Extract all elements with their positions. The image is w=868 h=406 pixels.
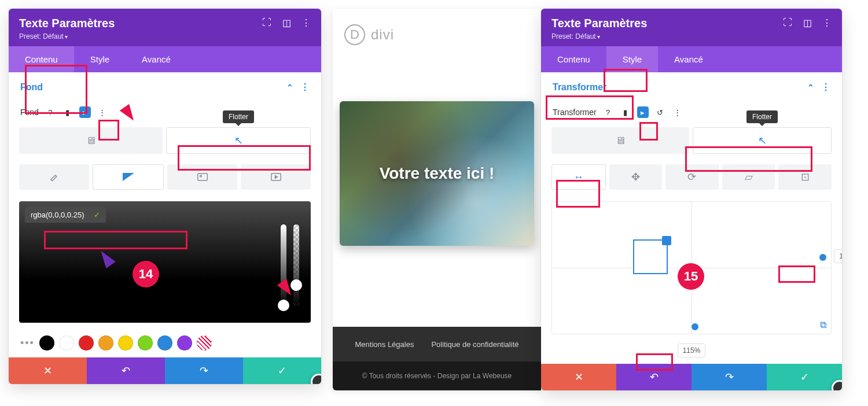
bg-video-tab[interactable] [241, 164, 311, 190]
swatch-white[interactable] [59, 335, 74, 350]
undo-button[interactable]: ↶ [616, 364, 692, 390]
bg-image-tab[interactable] [167, 164, 237, 190]
hover-tooltip: Flotter [223, 110, 254, 123]
translate-tab[interactable]: ✥ [609, 164, 663, 190]
section-more-icon[interactable]: ⋮ [300, 82, 310, 93]
page-preview: D divi Votre texte ici ! Mentions Légale… [333, 9, 541, 390]
rgba-input[interactable]: rgba(0,0,0,0.25) ✓ [25, 207, 106, 223]
slider-alpha[interactable] [293, 224, 299, 305]
swatch-orange[interactable] [98, 335, 113, 350]
desktop-tab[interactable]: 🖥 [19, 127, 163, 154]
hero-module[interactable]: Votre texte ici ! [340, 101, 534, 246]
divi-logo-icon: D [344, 24, 365, 45]
phone-icon[interactable]: ▮ [62, 106, 73, 118]
swatch-blue[interactable] [157, 335, 172, 350]
settings-panel-left: Texte Paramètres Preset: Défaut ⛶ ◫ ⋮ Co… [9, 9, 321, 384]
swatch-black[interactable] [39, 335, 54, 350]
scale-control[interactable]: 115% ⧉ [551, 201, 832, 334]
footer-link-legal[interactable]: Mentions Légales [355, 340, 414, 349]
section-label: Fond [20, 82, 43, 93]
device-row: 🖥 Flotter ↖ [19, 127, 311, 154]
scale-tab[interactable]: ↔ [551, 164, 606, 190]
action-bar: ✕ ↶ ↷ ✓ [541, 364, 842, 390]
skew-tab[interactable]: ▱ [722, 164, 775, 190]
more-swatches-icon[interactable]: ••• [20, 337, 35, 349]
svg-point-3 [200, 175, 201, 177]
tab-content[interactable]: Contenu [541, 46, 606, 72]
slider-lightness[interactable] [281, 224, 286, 305]
scale-handle-x[interactable] [819, 254, 826, 261]
swatch-red[interactable] [79, 335, 94, 350]
footer-link-privacy[interactable]: Politique de confidentialité [431, 340, 518, 349]
origin-tab[interactable]: ⊡ [778, 164, 832, 190]
link-icon[interactable]: ⧉ [820, 320, 826, 330]
tab-content[interactable]: Contenu [9, 46, 74, 72]
save-button[interactable]: ✓ [767, 364, 842, 390]
svg-marker-5 [275, 176, 277, 179]
row-more-icon[interactable]: ⋮ [97, 106, 108, 118]
chevron-up-icon[interactable]: ⌃ [807, 83, 814, 92]
gradient-preview[interactable]: rgba(0,0,0,0.25) ✓ [19, 201, 311, 323]
scale-handle-y[interactable] [692, 323, 698, 330]
scale-x-value[interactable]: 115% [834, 249, 842, 263]
chevron-up-icon[interactable]: ⌃ [286, 83, 293, 92]
close-button[interactable]: ✕ [541, 364, 616, 390]
scale-box[interactable] [633, 239, 668, 274]
preset-selector[interactable]: Preset: Défaut [551, 32, 832, 40]
tabs: Contenu Style Avancé [541, 46, 842, 72]
hover-toggle[interactable]: ▸ [637, 106, 649, 118]
screenshot-right: D divi Votre texte ici ! Mentions Légale… [333, 9, 859, 390]
columns-icon[interactable]: ◫ [803, 18, 812, 27]
hover-toggle[interactable]: ▸ [79, 106, 91, 118]
row-more-icon[interactable]: ⋮ [672, 106, 683, 118]
slider-handle[interactable] [290, 279, 302, 291]
swatch-purple[interactable] [177, 335, 192, 350]
bg-color-tab[interactable] [19, 164, 89, 190]
undo-button[interactable]: ↶ [87, 357, 165, 384]
section-more-icon[interactable]: ⋮ [821, 82, 830, 93]
section-label: Transformer [553, 82, 606, 93]
device-row: 🖥 Flotter ↖ [551, 127, 832, 154]
panel-header: Texte Paramètres Preset: Défaut ⛶ ◫ ⋮ [9, 9, 321, 46]
expand-icon[interactable]: ⛶ [262, 18, 271, 27]
swatch-row: ••• [9, 329, 321, 357]
preset-selector[interactable]: Preset: Défaut [19, 32, 311, 40]
tabs: Contenu Style Avancé [9, 46, 321, 72]
help-icon[interactable]: ? [45, 106, 56, 118]
expand-icon[interactable]: ⛶ [783, 18, 792, 27]
slider-handle[interactable] [278, 300, 289, 311]
redo-button[interactable]: ↷ [692, 364, 767, 390]
settings-panel-right: Texte Paramètres Preset: Défaut ⛶ ◫ ⋮ Co… [541, 9, 842, 390]
scale-y-value[interactable]: 115% [678, 344, 706, 357]
more-icon[interactable]: ⋮ [301, 18, 311, 27]
columns-icon[interactable]: ◫ [282, 18, 291, 27]
hover-tab[interactable]: Flotter ↖ [693, 127, 832, 154]
swatch-green[interactable] [138, 335, 153, 350]
section-fond[interactable]: Fond ⌃ ⋮ [9, 72, 321, 102]
rotate-tab[interactable]: ⟳ [665, 164, 719, 190]
hero-text: Votre texte ici ! [380, 164, 495, 183]
bg-gradient-tab[interactable] [93, 164, 164, 190]
close-button[interactable]: ✕ [9, 357, 87, 384]
more-icon[interactable]: ⋮ [822, 18, 832, 27]
hover-tab[interactable]: Flotter ↖ [166, 127, 311, 154]
footer-copyright: © Tous droits réservés - Design par La W… [333, 361, 541, 390]
preview-header: D divi [333, 9, 541, 61]
tab-style[interactable]: Style [74, 46, 126, 72]
desktop-tab[interactable]: 🖥 [551, 127, 689, 154]
reset-icon[interactable]: ↺ [654, 106, 666, 118]
phone-icon[interactable]: ▮ [620, 106, 631, 118]
redo-button[interactable]: ↷ [165, 357, 243, 384]
tab-advanced[interactable]: Avancé [126, 46, 187, 72]
swatch-none[interactable] [197, 335, 212, 350]
swatch-yellow[interactable] [118, 335, 133, 350]
tab-advanced[interactable]: Avancé [658, 46, 719, 72]
check-icon[interactable]: ✓ [94, 211, 100, 219]
help-icon[interactable]: ? [602, 106, 614, 118]
transformer-label: Transformer [553, 108, 597, 117]
action-bar: ✕ ↶ ↷ ✓ [9, 357, 321, 384]
section-transformer[interactable]: Transformer ⌃ ⋮ [541, 72, 842, 102]
tab-style[interactable]: Style [606, 46, 658, 72]
save-button[interactable]: ✓ [243, 357, 321, 384]
footer-links: Mentions Légales Politique de confidenti… [333, 327, 541, 361]
